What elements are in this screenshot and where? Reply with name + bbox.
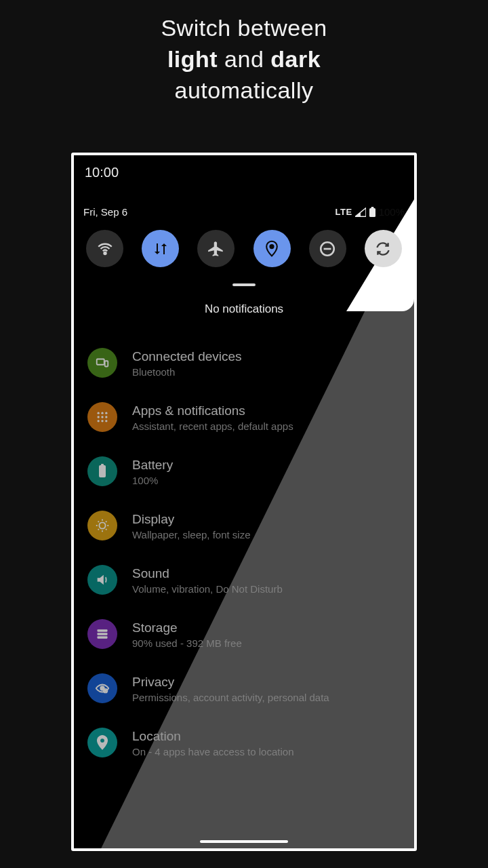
battery-icon [369,207,376,218]
no-notifications-text: No notifications [74,302,414,316]
headline-mid: and [218,46,270,72]
headline-bold-light: light [167,46,218,72]
battery-percent: 100% [379,206,405,218]
nav-pill[interactable] [200,840,288,843]
phone-frame: Connected devices Bluetooth Apps & notif… [71,153,417,851]
qs-wifi[interactable] [86,230,123,267]
status-date: Fri, Sep 6 [83,206,127,218]
svg-rect-22 [371,207,373,209]
svg-point-23 [104,252,106,254]
headline-line-2: light and dark [0,43,488,75]
svg-rect-21 [369,208,375,217]
svg-point-24 [270,244,273,248]
status-bar: Fri, Sep 6 LTE 100% [74,180,414,218]
qs-location[interactable] [253,230,291,267]
quick-settings-row [74,218,414,267]
qs-drag-handle[interactable] [232,283,256,286]
qs-airplane[interactable] [197,230,235,267]
clock-time: 10:00 [74,155,414,180]
status-right: LTE 100% [336,206,405,218]
promo-headline: Switch between light and dark automatica… [0,0,488,106]
signal-icon [355,208,366,217]
qs-dnd[interactable] [309,230,346,267]
headline-bold-dark: dark [270,46,321,72]
headline-line-3: automatically [0,75,488,106]
network-label: LTE [336,207,352,217]
qs-auto-rotate[interactable] [365,230,402,267]
qs-mobile-data[interactable] [142,230,179,267]
headline-line-1: Switch between [0,12,488,43]
gesture-nav-bar[interactable] [74,840,414,843]
